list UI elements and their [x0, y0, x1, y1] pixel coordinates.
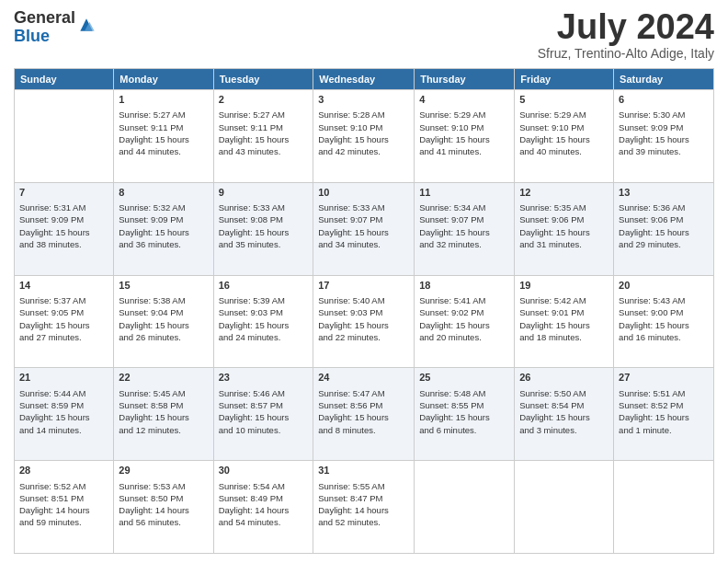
day-info-line: and 44 minutes.: [119, 145, 208, 157]
day-number: 19: [519, 279, 609, 293]
calendar-cell: 20Sunrise: 5:43 AMSunset: 9:00 PMDayligh…: [614, 275, 714, 368]
day-info-line: Sunrise: 5:43 AM: [619, 294, 709, 306]
day-number: 28: [19, 464, 108, 477]
day-info-line: Daylight: 15 hours: [119, 133, 208, 145]
day-info-line: Daylight: 14 hours: [119, 504, 208, 516]
day-info-line: Sunrise: 5:40 AM: [318, 294, 409, 306]
day-info-line: Sunset: 8:56 PM: [318, 399, 409, 411]
day-number: 31: [318, 464, 409, 477]
day-info-line: and 20 minutes.: [419, 331, 509, 343]
day-info-line: Daylight: 15 hours: [119, 411, 208, 423]
calendar-cell: 17Sunrise: 5:40 AMSunset: 9:03 PMDayligh…: [313, 275, 415, 368]
day-info-line: Daylight: 15 hours: [419, 319, 509, 331]
calendar-cell: 4Sunrise: 5:29 AMSunset: 9:10 PMDaylight…: [415, 90, 515, 183]
day-info-line: and 22 minutes.: [318, 331, 409, 343]
day-info-line: Sunset: 9:07 PM: [419, 213, 509, 225]
calendar-day-header: Saturday: [614, 69, 714, 90]
day-number: 27: [619, 371, 709, 385]
calendar-cell: 10Sunrise: 5:33 AMSunset: 9:07 PMDayligh…: [313, 182, 415, 275]
logo-text: General Blue: [14, 9, 75, 46]
day-info-line: Sunset: 9:03 PM: [219, 306, 309, 318]
day-info-line: Sunset: 9:05 PM: [19, 306, 108, 318]
day-info-line: and 36 minutes.: [119, 238, 208, 250]
day-info-line: Sunset: 8:57 PM: [219, 399, 309, 411]
calendar-cell: 21Sunrise: 5:44 AMSunset: 8:59 PMDayligh…: [15, 368, 114, 461]
day-info-line: Daylight: 15 hours: [619, 133, 709, 145]
day-info-line: Sunrise: 5:28 AM: [318, 109, 409, 121]
day-info-line: and 1 minute.: [619, 424, 709, 436]
calendar-cell: 22Sunrise: 5:45 AMSunset: 8:58 PMDayligh…: [114, 368, 213, 461]
day-info-line: Daylight: 15 hours: [619, 226, 709, 238]
day-info-line: Sunset: 9:10 PM: [318, 121, 409, 133]
day-info-line: and 34 minutes.: [318, 238, 409, 250]
day-info-line: and 14 minutes.: [19, 424, 108, 436]
day-number: 23: [219, 371, 309, 385]
calendar-cell: [515, 461, 614, 554]
day-info-line: Sunset: 8:58 PM: [119, 399, 208, 411]
day-info-line: Sunrise: 5:48 AM: [419, 387, 509, 399]
day-info-line: Sunset: 8:59 PM: [19, 399, 108, 411]
day-info-line: Sunset: 9:02 PM: [419, 306, 509, 318]
day-info-line: Sunset: 8:52 PM: [619, 399, 709, 411]
day-info-line: Daylight: 15 hours: [318, 133, 409, 145]
calendar-week-row: 7Sunrise: 5:31 AMSunset: 9:09 PMDaylight…: [15, 182, 714, 275]
calendar-table: SundayMondayTuesdayWednesdayThursdayFrid…: [14, 68, 714, 554]
day-info-line: Daylight: 15 hours: [619, 319, 709, 331]
day-number: 12: [519, 186, 609, 200]
day-info-line: Sunrise: 5:47 AM: [318, 387, 409, 399]
day-info-line: Daylight: 15 hours: [219, 319, 309, 331]
title-block: July 2024 Sfruz, Trentino-Alto Adige, It…: [538, 9, 714, 61]
day-number: 4: [419, 93, 509, 107]
day-info-line: and 59 minutes.: [19, 516, 108, 528]
day-info-line: Sunset: 9:09 PM: [619, 121, 709, 133]
calendar-cell: 12Sunrise: 5:35 AMSunset: 9:06 PMDayligh…: [515, 182, 614, 275]
day-info-line: Sunset: 9:00 PM: [619, 306, 709, 318]
day-info-line: Sunset: 9:10 PM: [519, 121, 609, 133]
day-info-line: Sunrise: 5:41 AM: [419, 294, 509, 306]
day-info-line: Daylight: 15 hours: [419, 411, 509, 423]
calendar-week-row: 28Sunrise: 5:52 AMSunset: 8:51 PMDayligh…: [15, 461, 714, 554]
day-info-line: and 56 minutes.: [119, 516, 208, 528]
day-info-line: Sunset: 8:51 PM: [19, 492, 108, 504]
day-number: 5: [519, 93, 609, 107]
day-info-line: Sunrise: 5:29 AM: [519, 109, 609, 121]
day-info-line: Sunrise: 5:38 AM: [119, 294, 208, 306]
calendar-cell: [415, 461, 515, 554]
day-info-line: Sunrise: 5:39 AM: [219, 294, 309, 306]
day-number: 6: [619, 93, 709, 107]
logo-blue: Blue: [14, 28, 75, 46]
day-info-line: Daylight: 15 hours: [119, 319, 208, 331]
calendar-day-header: Wednesday: [313, 69, 415, 90]
day-info-line: Daylight: 15 hours: [318, 226, 409, 238]
day-number: 20: [619, 279, 709, 293]
day-info-line: Sunrise: 5:53 AM: [119, 480, 208, 492]
day-number: 11: [419, 186, 509, 200]
day-info-line: Daylight: 15 hours: [219, 411, 309, 423]
day-number: 3: [318, 93, 409, 107]
day-number: 24: [318, 371, 409, 385]
calendar-header-row: SundayMondayTuesdayWednesdayThursdayFrid…: [15, 69, 714, 90]
calendar-cell: 16Sunrise: 5:39 AMSunset: 9:03 PMDayligh…: [213, 275, 313, 368]
day-number: 1: [119, 93, 208, 107]
day-number: 13: [619, 186, 709, 200]
day-info-line: Daylight: 14 hours: [19, 504, 108, 516]
day-info-line: Daylight: 15 hours: [519, 411, 609, 423]
calendar-day-header: Tuesday: [213, 69, 313, 90]
day-info-line: Sunset: 9:09 PM: [19, 213, 108, 225]
day-info-line: Sunset: 9:08 PM: [219, 213, 309, 225]
day-info-line: Sunrise: 5:52 AM: [19, 480, 108, 492]
calendar-cell: 6Sunrise: 5:30 AMSunset: 9:09 PMDaylight…: [614, 90, 714, 183]
calendar-cell: 19Sunrise: 5:42 AMSunset: 9:01 PMDayligh…: [515, 275, 614, 368]
day-info-line: Sunset: 8:47 PM: [318, 492, 409, 504]
day-info-line: Sunrise: 5:29 AM: [419, 109, 509, 121]
day-number: 30: [219, 464, 309, 477]
calendar-cell: 11Sunrise: 5:34 AMSunset: 9:07 PMDayligh…: [415, 182, 515, 275]
day-info-line: Sunrise: 5:54 AM: [219, 480, 309, 492]
day-number: 25: [419, 371, 509, 385]
calendar-cell: 9Sunrise: 5:33 AMSunset: 9:08 PMDaylight…: [213, 182, 313, 275]
day-info-line: and 18 minutes.: [519, 331, 609, 343]
calendar-cell: [614, 461, 714, 554]
day-number: 21: [19, 371, 108, 385]
day-info-line: and 32 minutes.: [419, 238, 509, 250]
calendar-cell: 30Sunrise: 5:54 AMSunset: 8:49 PMDayligh…: [213, 461, 313, 554]
